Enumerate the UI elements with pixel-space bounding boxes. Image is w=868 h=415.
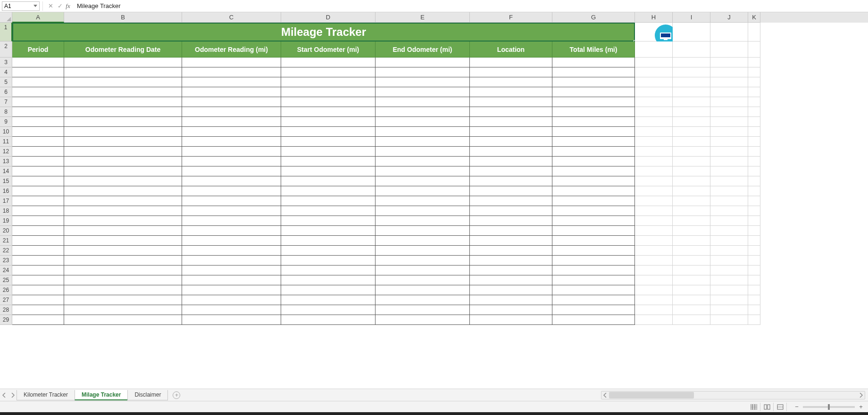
cell-G26[interactable] — [552, 285, 635, 295]
row-header-23[interactable]: 23 — [0, 256, 12, 266]
cell-E18[interactable] — [376, 206, 470, 216]
cell-I27[interactable] — [673, 295, 710, 305]
cell-D23[interactable] — [281, 256, 376, 266]
name-box[interactable]: A1 — [2, 1, 40, 11]
cell-D5[interactable] — [281, 77, 376, 87]
cell-E5[interactable] — [376, 77, 470, 87]
cell-B16[interactable] — [64, 186, 182, 196]
column-header-F[interactable]: F — [470, 12, 552, 23]
cell-J24[interactable] — [710, 266, 748, 275]
cell-B17[interactable] — [64, 196, 182, 206]
cell-G7[interactable] — [552, 97, 635, 107]
cell-D10[interactable] — [281, 127, 376, 137]
cell-E22[interactable] — [376, 246, 470, 256]
cell-E4[interactable] — [376, 67, 470, 77]
cell-H29[interactable] — [635, 315, 673, 325]
table-header-3[interactable]: Start Odometer (mi) — [281, 42, 376, 58]
cell-F14[interactable] — [470, 166, 552, 176]
cell-F5[interactable] — [470, 77, 552, 87]
cell-H23[interactable] — [635, 256, 673, 266]
column-header-G[interactable]: G — [552, 12, 635, 23]
cell-K1[interactable] — [748, 23, 760, 42]
cell-C25[interactable] — [182, 275, 281, 285]
row-header-27[interactable]: 27 — [0, 295, 12, 305]
cell-K7[interactable] — [748, 97, 760, 107]
cell-I18[interactable] — [673, 206, 710, 216]
table-header-6[interactable]: Total Miles (mi) — [552, 42, 635, 58]
cell-I4[interactable] — [673, 67, 710, 77]
cell-H3[interactable] — [635, 58, 673, 67]
cell-E21[interactable] — [376, 236, 470, 246]
cell-J14[interactable] — [710, 166, 748, 176]
cell-G5[interactable] — [552, 77, 635, 87]
cell-I7[interactable] — [673, 97, 710, 107]
cell-H16[interactable] — [635, 186, 673, 196]
cell-B29[interactable] — [64, 315, 182, 325]
column-header-D[interactable]: D — [281, 12, 376, 23]
cell-A18[interactable] — [12, 206, 64, 216]
table-header-1[interactable]: Odometer Reading Date — [64, 42, 182, 58]
cell-J26[interactable] — [710, 285, 748, 295]
cell-D8[interactable] — [281, 107, 376, 117]
cell-D21[interactable] — [281, 236, 376, 246]
cell-B22[interactable] — [64, 246, 182, 256]
cell-J9[interactable] — [710, 117, 748, 127]
cell-G19[interactable] — [552, 216, 635, 226]
select-all-corner[interactable] — [0, 12, 12, 23]
cell-D27[interactable] — [281, 295, 376, 305]
new-sheet-button[interactable]: + — [171, 390, 182, 401]
cell-K16[interactable] — [748, 186, 760, 196]
cell-H9[interactable] — [635, 117, 673, 127]
rows-area[interactable]: 1Mileage TrackerAllBusinessTemplates2Per… — [0, 23, 868, 389]
row-header-4[interactable]: 4 — [0, 67, 12, 77]
cell-E25[interactable] — [376, 275, 470, 285]
cell-I25[interactable] — [673, 275, 710, 285]
cell-D7[interactable] — [281, 97, 376, 107]
row-header-7[interactable]: 7 — [0, 97, 12, 107]
row-header-3[interactable]: 3 — [0, 58, 12, 67]
cell-E17[interactable] — [376, 196, 470, 206]
cell-B9[interactable] — [64, 117, 182, 127]
cell-D12[interactable] — [281, 147, 376, 157]
cell-H4[interactable] — [635, 67, 673, 77]
column-header-E[interactable]: E — [376, 12, 470, 23]
cell-J8[interactable] — [710, 107, 748, 117]
row-header-2[interactable]: 2 — [0, 42, 12, 58]
cell-K24[interactable] — [748, 266, 760, 275]
row-header-15[interactable]: 15 — [0, 176, 12, 186]
cell-K21[interactable] — [748, 236, 760, 246]
row-header-25[interactable]: 25 — [0, 275, 12, 285]
cell-F17[interactable] — [470, 196, 552, 206]
cell-A26[interactable] — [12, 285, 64, 295]
cell-A10[interactable] — [12, 127, 64, 137]
cell-E6[interactable] — [376, 87, 470, 97]
table-header-0[interactable]: Period — [12, 42, 64, 58]
cell-H5[interactable] — [635, 77, 673, 87]
cell-B27[interactable] — [64, 295, 182, 305]
cell-I26[interactable] — [673, 285, 710, 295]
column-header-C[interactable]: C — [182, 12, 281, 23]
cell-J16[interactable] — [710, 186, 748, 196]
cell-C22[interactable] — [182, 246, 281, 256]
row-header-17[interactable]: 17 — [0, 196, 12, 206]
cell-K3[interactable] — [748, 58, 760, 67]
cell-F11[interactable] — [470, 137, 552, 147]
cell-E8[interactable] — [376, 107, 470, 117]
cell-C11[interactable] — [182, 137, 281, 147]
cell-K18[interactable] — [748, 206, 760, 216]
cell-K20[interactable] — [748, 226, 760, 236]
row-header-9[interactable]: 9 — [0, 117, 12, 127]
cell-D4[interactable] — [281, 67, 376, 77]
cell-C13[interactable] — [182, 157, 281, 166]
row-header-6[interactable]: 6 — [0, 87, 12, 97]
cell-B21[interactable] — [64, 236, 182, 246]
view-page-break-button[interactable] — [776, 403, 787, 411]
cell-H25[interactable] — [635, 275, 673, 285]
cell-K12[interactable] — [748, 147, 760, 157]
cell-J10[interactable] — [710, 127, 748, 137]
cell-C27[interactable] — [182, 295, 281, 305]
column-header-I[interactable]: I — [673, 12, 710, 23]
cell-I11[interactable] — [673, 137, 710, 147]
cell-J23[interactable] — [710, 256, 748, 266]
cell-I14[interactable] — [673, 166, 710, 176]
